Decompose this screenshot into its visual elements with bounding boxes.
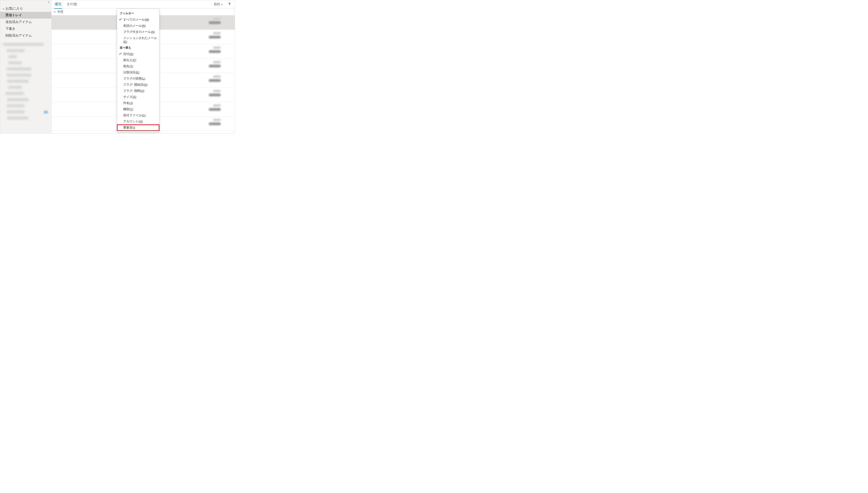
- item-label: 宛先(T): [123, 64, 133, 68]
- folder-drafts[interactable]: 下書き: [0, 25, 51, 32]
- folder-label: 削除済みアイテム: [5, 34, 32, 37]
- sort-item-7[interactable]: サイズ(S): [117, 94, 159, 100]
- item-label: 種類(Y): [123, 107, 133, 111]
- tab-other[interactable]: その他: [66, 0, 77, 8]
- focused-other-tabs: 優先 その他 日付: [52, 0, 235, 8]
- sort-item-6[interactable]: フラグ: 期限(U): [117, 88, 159, 94]
- sort-item-2[interactable]: 宛先(T): [117, 63, 159, 69]
- sort-dropdown-button[interactable]: 日付: [214, 2, 223, 6]
- item-label: フラグ: 期限(U): [123, 89, 144, 93]
- item-label: アカウント(O): [123, 120, 143, 124]
- item-label: 差出人(F): [123, 58, 136, 62]
- item-label: 添付ファイル(C): [123, 113, 146, 117]
- sort-direction-button[interactable]: [227, 2, 232, 6]
- tab-focused[interactable]: 優先: [54, 0, 62, 9]
- item-label: 日付(D): [123, 52, 134, 56]
- folder-label: 下書き: [5, 27, 15, 30]
- folder-sent[interactable]: 送信済みアイテム: [0, 19, 51, 25]
- message-list-pane: 優先 その他 日付 今日 フィルター すべ: [52, 0, 235, 133]
- redacted-folder-tree: [0, 40, 51, 133]
- sort-item-9[interactable]: 種類(Y): [117, 106, 159, 112]
- item-label: フラグ: 開始日(G): [123, 83, 147, 87]
- item-label: フラグの状態(L): [123, 77, 145, 81]
- chevron-down-icon: [54, 11, 56, 13]
- favorites-label: お気に入り: [5, 6, 23, 11]
- today-label: 今日: [57, 10, 63, 14]
- sort-item-5[interactable]: フラグ: 開始日(G): [117, 82, 159, 88]
- arrow-up-icon: [228, 2, 231, 5]
- item-label: サイズ(S): [123, 95, 136, 99]
- filter-section-title: フィルター: [117, 10, 159, 17]
- filter-item-3[interactable]: メンションされたメール(E): [117, 35, 159, 44]
- sort-filter-dropdown: フィルター すべてのメール(M)未読のメール(R)フラグ付きのメール(A)メンシ…: [117, 8, 159, 132]
- item-label: 件名(J): [123, 101, 133, 105]
- sort-item-4[interactable]: フラグの状態(L): [117, 76, 159, 82]
- sort-item-8[interactable]: 件名(J): [117, 100, 159, 106]
- folder-deleted[interactable]: 削除済みアイテム: [0, 32, 51, 39]
- favorites-header[interactable]: お気に入り: [0, 5, 51, 12]
- chevron-left-icon: [47, 1, 50, 3]
- sort-item-1[interactable]: 差出人(F): [117, 57, 159, 63]
- collapse-sidebar-button[interactable]: [0, 0, 51, 5]
- item-label: メンションされたメール(E): [123, 36, 157, 43]
- item-label: 未読のメール(R): [123, 24, 146, 28]
- sort-section-title: 並べ替え: [117, 44, 159, 51]
- sort-item-3[interactable]: 分類項目(E): [117, 69, 159, 76]
- sort-item-0[interactable]: 日付(D): [117, 51, 159, 57]
- folder-label: 送信済みアイテム: [5, 20, 32, 24]
- folder-sidebar: お気に入り 受信トレイ 送信済みアイテム 下書き 削除済みアイテム: [0, 0, 52, 133]
- filter-item-0[interactable]: すべてのメール(M): [117, 17, 159, 23]
- outlook-window: お気に入り 受信トレイ 送信済みアイテム 下書き 削除済みアイテム 優先 その: [0, 0, 235, 134]
- sort-item-10[interactable]: 添付ファイル(C): [117, 112, 159, 119]
- sort-item-12[interactable]: 重要度(I): [117, 125, 159, 131]
- item-label: 重要度(I): [123, 126, 135, 130]
- item-label: フラグ付きのメール(A): [123, 30, 155, 34]
- item-label: すべてのメール(M): [123, 18, 149, 22]
- item-label: 分類項目(E): [123, 70, 139, 74]
- filter-item-2[interactable]: フラグ付きのメール(A): [117, 29, 159, 35]
- favorites-section: お気に入り 受信トレイ 送信済みアイテム 下書き 削除済みアイテム: [0, 5, 51, 40]
- filter-item-1[interactable]: 未読のメール(R): [117, 23, 159, 29]
- chevron-down-icon: [2, 8, 5, 10]
- chevron-down-icon: [221, 3, 223, 5]
- sort-label: 日付: [214, 2, 220, 6]
- check-icon: [119, 52, 122, 56]
- sort-item-11[interactable]: アカウント(O): [117, 119, 159, 125]
- folder-label: 受信トレイ: [5, 13, 22, 17]
- check-icon: [119, 18, 122, 21]
- folder-inbox[interactable]: 受信トレイ: [0, 12, 51, 19]
